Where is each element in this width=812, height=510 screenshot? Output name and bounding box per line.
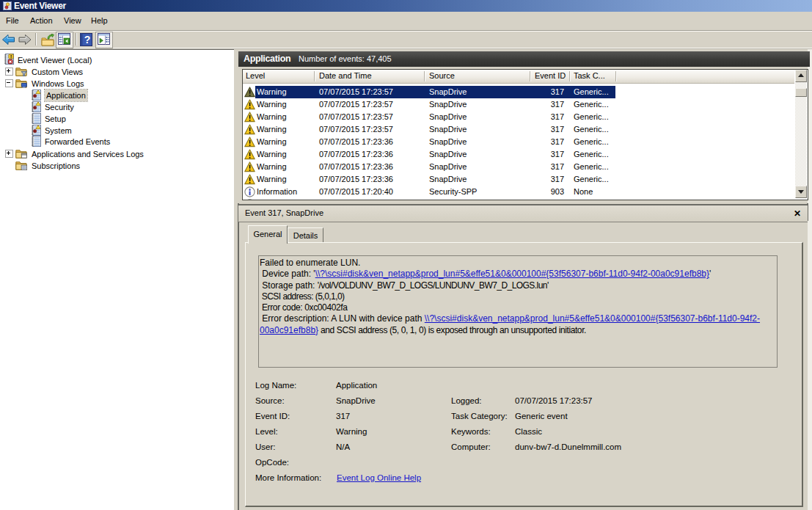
svg-text:?: ? — [84, 34, 91, 45]
